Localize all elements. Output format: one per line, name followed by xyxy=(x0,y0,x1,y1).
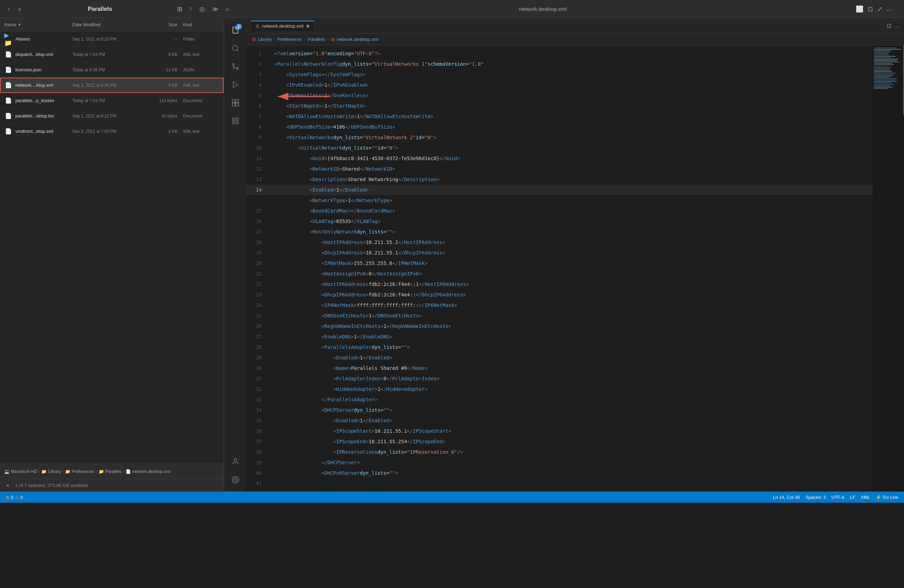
code-line: <NATDAllowEtcHostsWrite>1</NATDAllowEtcH… xyxy=(267,111,872,121)
network-file-icon: 📄 xyxy=(126,469,131,474)
code-line: <IPScopeStart>10.211.55.1</IPScopeStart> xyxy=(267,426,872,436)
warning-icon: ⚠ xyxy=(15,495,19,500)
bc-xml-icon: ⊟ xyxy=(252,37,256,42)
nav-back-button[interactable]: ‹ xyxy=(6,3,12,14)
bc-preferences[interactable]: Preferences xyxy=(277,37,302,42)
split-editor-button[interactable]: ⬜ xyxy=(856,5,863,13)
bc-library[interactable]: Library xyxy=(258,37,272,42)
active-tab[interactable]: ⊟ network.desktop.xml xyxy=(250,20,315,31)
file-row[interactable]: ▶ 📁 Aliases Sep 1, 2021 at 6:23 PM -- Fo… xyxy=(0,32,224,47)
more-button[interactable]: ≫ xyxy=(212,5,219,13)
svg-rect-10 xyxy=(236,118,238,120)
file-size: 5 KB xyxy=(149,83,177,88)
extensions-icon[interactable] xyxy=(228,95,243,110)
file-doc-icon: 📄 xyxy=(5,82,12,88)
code-line: <DhcpIPAddress>10.211.55.1</DhcpIPAddres… xyxy=(267,247,872,258)
selected-file-row[interactable]: 📄 network....ktop.xml Sep 1, 2021 at 6:3… xyxy=(0,77,224,93)
encoding-status[interactable]: UTF-8 xyxy=(831,495,844,500)
bc-parallels[interactable]: Parallels xyxy=(308,37,326,42)
grid-icon[interactable] xyxy=(228,113,243,129)
code-line: <VirtualNetworks dyn_lists="VirtualNetwo… xyxy=(267,132,872,143)
col-name-label: Name xyxy=(4,22,16,27)
svg-rect-6 xyxy=(235,99,238,102)
code-line: <ParallelsAdapter dyn_lists=""> xyxy=(267,342,872,352)
search-button[interactable]: ⌕ xyxy=(226,5,229,13)
breadcrumb-item[interactable]: 📁 Library xyxy=(41,469,61,474)
file-date: Sep 1, 2021 at 6:22 PM xyxy=(73,114,149,118)
parallels-folder-icon: 📁 xyxy=(99,469,104,474)
breadcrumb-item[interactable]: 📁 Parallels xyxy=(99,469,122,474)
line-ending-status[interactable]: LF xyxy=(850,495,855,500)
zoom-button[interactable]: ⤢ xyxy=(877,5,882,13)
tab-more-button[interactable]: … xyxy=(894,22,900,29)
code-editor: 1 2 3 4 5 6 7 8 9 10 11 12 13 14 15 16 1 xyxy=(246,46,904,492)
macintosh-hd-label: Macintosh HD xyxy=(11,469,37,474)
line-col-status[interactable]: Ln 14, Col 30 xyxy=(773,495,800,500)
app-container: ‹ › Parallels ⊞ ↑ ◎ ≫ ⌕ network.desktop.… xyxy=(0,0,904,503)
close-button[interactable]: ✕ xyxy=(6,483,10,489)
code-line: <HiddenAdapter>1</HiddenAdapter> xyxy=(267,384,872,394)
file-name: licenses.json xyxy=(16,67,73,73)
language-status[interactable]: XML xyxy=(861,495,870,500)
macintosh-hd-icon: 💻 xyxy=(4,469,9,474)
file-kind: Document xyxy=(177,114,220,118)
code-content[interactable]: <?xml version="1.0" encoding="UTF-8"?> <… xyxy=(267,46,872,492)
nav-forward-button[interactable]: › xyxy=(16,3,23,14)
file-icon: 📄 xyxy=(4,81,13,90)
file-list: ▶ 📁 Aliases Sep 1, 2021 at 6:23 PM -- Fo… xyxy=(0,32,224,463)
code-line: <IP6NetMask>ffff:ffff:ffff:ffff::</IP6Ne… xyxy=(267,300,872,311)
finder-title: Parallels xyxy=(27,6,173,13)
code-line: <HostOnlyNetwork dyn_lists=""> xyxy=(267,227,872,237)
file-row[interactable]: 📄 vmdirect...ktop.xml Nov 8, 2012 at 7:0… xyxy=(0,124,224,139)
tag-button[interactable]: ◎ xyxy=(199,5,205,13)
error-status[interactable]: ⊗ 0 ⚠ 0 xyxy=(6,495,23,500)
file-icon: 📄 xyxy=(4,112,13,120)
file-doc-icon: 📄 xyxy=(5,97,12,104)
source-control-icon[interactable] xyxy=(228,59,243,74)
file-date: Sep 1, 2021 at 6:34 PM xyxy=(73,83,149,88)
breadcrumb-item[interactable]: 💻 Macintosh HD xyxy=(4,469,37,474)
file-date: Sep 1, 2021 at 6:23 PM xyxy=(73,37,149,42)
file-size: 35 bytes xyxy=(149,114,177,118)
share-button[interactable]: ↑ xyxy=(189,5,193,13)
run-debug-icon[interactable] xyxy=(228,77,243,92)
file-icon: 📄 xyxy=(4,96,13,105)
activity-bar: 1 xyxy=(224,18,246,492)
file-row[interactable]: 📄 licenses.json Today at 6:36 PM 12 KB J… xyxy=(0,62,224,77)
file-date: Nov 8, 2012 at 7:03 PM xyxy=(73,129,149,134)
layout-button[interactable]: ⊡ xyxy=(868,5,873,13)
main-content: Name ▼ Date Modified Size Kind ▶ 📁 Alias… xyxy=(0,18,904,492)
code-line: <ParallelsNetworkConfig dyn_lists="Virtu… xyxy=(267,59,872,69)
bc-filename[interactable]: network.desktop.xml xyxy=(337,37,379,42)
sort-arrow: ▼ xyxy=(18,23,21,27)
file-size: -- xyxy=(149,37,177,42)
breadcrumb-sep: › xyxy=(62,469,64,474)
code-line: <?xml version="1.0" encoding="UTF-8"?> xyxy=(267,48,872,59)
account-icon[interactable] xyxy=(228,454,243,469)
settings-icon[interactable] xyxy=(228,472,243,487)
file-name: network....ktop.xml xyxy=(16,82,73,88)
code-line: <IPNetMask>255.255.255.0</IPNetMask> xyxy=(267,258,872,268)
search-activity-icon[interactable] xyxy=(228,41,243,56)
view-options-button[interactable]: ⊞ xyxy=(177,5,182,13)
spaces-status[interactable]: Spaces: 3 xyxy=(806,495,826,500)
code-line: <NetworkType>1</NetworkType> xyxy=(267,195,872,206)
split-view-button[interactable]: ⊡ xyxy=(887,22,891,29)
finder-toolbar: ‹ › Parallels ⊞ ↑ ◎ ≫ ⌕ xyxy=(6,3,229,14)
toolbar-icons: ⊞ ↑ ◎ ≫ ⌕ xyxy=(177,5,229,13)
svg-line-1 xyxy=(237,50,238,51)
file-kind: XML text xyxy=(177,129,220,134)
file-doc-icon: 📄 xyxy=(5,66,12,73)
files-activity-icon[interactable]: 1 xyxy=(228,22,243,38)
more-options-button[interactable]: … xyxy=(887,5,893,13)
error-icon: ⊗ xyxy=(6,495,9,500)
file-size: 12 KB xyxy=(149,68,177,73)
file-row[interactable]: 📄 dispatch...ktop.xml Today at 7:03 PM 9… xyxy=(0,47,224,62)
breadcrumb-item[interactable]: 📄 network.desktop.xml xyxy=(126,469,171,474)
breadcrumb-item[interactable]: 📁 Preferences xyxy=(65,469,95,474)
code-line: <Enabled>1</Enabled> xyxy=(267,352,872,363)
go-live-status[interactable]: ⚡ Go Live xyxy=(876,495,898,500)
tab-modified-dot xyxy=(307,25,309,28)
file-row[interactable]: 📄 parallels...sktop.loc Sep 1, 2021 at 6… xyxy=(0,108,224,124)
file-row[interactable]: 📄 parallels...p_leases Today at 7:03 PM … xyxy=(0,93,224,108)
